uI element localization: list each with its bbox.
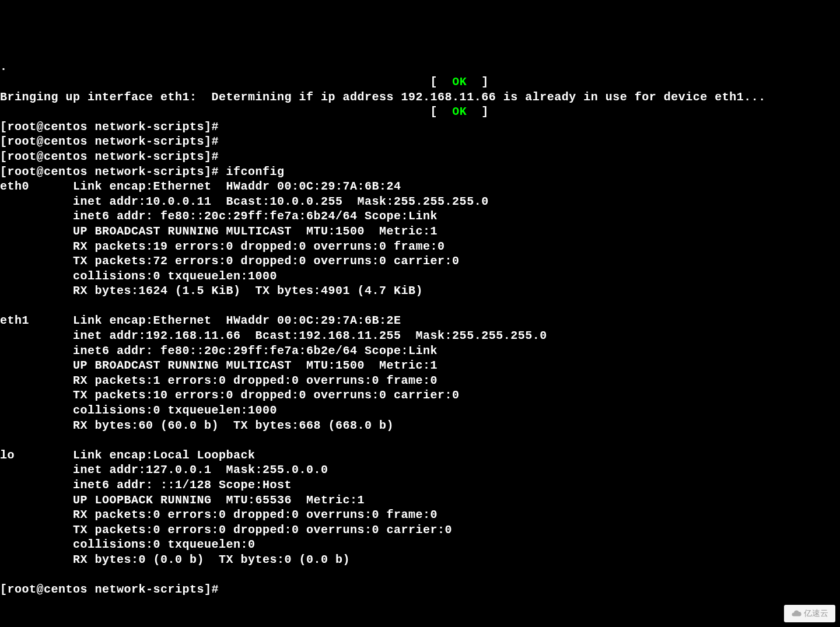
eth1-link: eth1 Link encap:Ethernet HWaddr 00:0C:29… bbox=[0, 314, 401, 327]
lo-inet: inet addr:127.0.0.1 Mask:255.0.0.0 bbox=[0, 463, 328, 477]
eth0-bytes: RX bytes:1624 (1.5 KiB) TX bytes:4901 (4… bbox=[0, 284, 423, 297]
status-prefix-2: [ bbox=[0, 105, 452, 118]
eth0-collisions: collisions:0 txqueuelen:1000 bbox=[0, 269, 277, 283]
eth0-link: eth0 Link encap:Ethernet HWaddr 00:0C:29… bbox=[0, 180, 401, 193]
eth0-inet: inet addr:10.0.0.11 Bcast:10.0.0.255 Mas… bbox=[0, 195, 489, 208]
status-suffix-2: ] bbox=[467, 105, 489, 118]
prompt-line: [root@centos network-scripts]# bbox=[0, 150, 219, 163]
lo-collisions: collisions:0 txqueuelen:0 bbox=[0, 538, 256, 551]
lo-inet6: inet6 addr: ::1/128 Scope:Host bbox=[0, 478, 292, 492]
lo-bytes: RX bytes:0 (0.0 b) TX bytes:0 (0.0 b) bbox=[0, 553, 350, 566]
eth1-rx-packets: RX packets:1 errors:0 dropped:0 overruns… bbox=[0, 374, 438, 387]
watermark-text: 亿速云 bbox=[804, 608, 828, 619]
status-suffix: ] bbox=[467, 75, 489, 89]
bringing-up-eth1: Bringing up interface eth1: Determining … bbox=[0, 90, 766, 104]
prompt-line: [root@centos network-scripts]# bbox=[0, 583, 219, 596]
eth0-inet6: inet6 addr: fe80::20c:29ff:fe7a:6b24/64 … bbox=[0, 209, 438, 223]
prompt-ifconfig: [root@centos network-scripts]# ifconfig bbox=[0, 165, 285, 178]
cloud-icon bbox=[791, 608, 802, 619]
lo-link: lo Link encap:Local Loopback bbox=[0, 449, 256, 462]
eth1-inet6: inet6 addr: fe80::20c:29ff:fe7a:6b2e/64 … bbox=[0, 344, 438, 358]
eth0-flags: UP BROADCAST RUNNING MULTICAST MTU:1500 … bbox=[0, 225, 438, 238]
eth1-flags: UP BROADCAST RUNNING MULTICAST MTU:1500 … bbox=[0, 359, 438, 372]
lo-flags: UP LOOPBACK RUNNING MTU:65536 Metric:1 bbox=[0, 493, 365, 507]
eth1-inet: inet addr:192.168.11.66 Bcast:192.168.11… bbox=[0, 329, 547, 342]
ok-status-2: OK bbox=[452, 105, 467, 118]
eth0-rx-packets: RX packets:19 errors:0 dropped:0 overrun… bbox=[0, 240, 445, 253]
eth1-collisions: collisions:0 txqueuelen:1000 bbox=[0, 404, 277, 417]
status-prefix: [ bbox=[0, 75, 452, 89]
eth1-bytes: RX bytes:60 (60.0 b) TX bytes:668 (668.0… bbox=[0, 419, 394, 432]
prompt-line: [root@centos network-scripts]# bbox=[0, 120, 219, 134]
lo-rx-packets: RX packets:0 errors:0 dropped:0 overruns… bbox=[0, 508, 438, 521]
lo-tx-packets: TX packets:0 errors:0 dropped:0 overruns… bbox=[0, 523, 452, 537]
terminal-output[interactable]: . [ OK ] Bringing up interface eth1: Det… bbox=[0, 59, 840, 597]
prompt-line: [root@centos network-scripts]# bbox=[0, 135, 219, 148]
eth0-tx-packets: TX packets:72 errors:0 dropped:0 overrun… bbox=[0, 254, 460, 268]
watermark-badge: 亿速云 bbox=[784, 605, 835, 622]
eth1-tx-packets: TX packets:10 errors:0 dropped:0 overrun… bbox=[0, 388, 460, 402]
status-dot: . bbox=[0, 60, 8, 73]
ok-status: OK bbox=[452, 75, 467, 89]
